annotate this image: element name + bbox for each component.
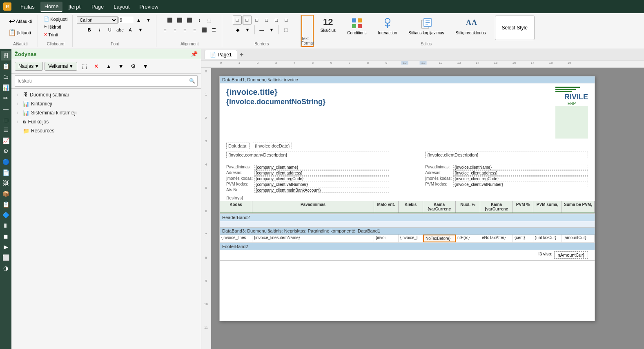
select-style-button[interactable]: Select Style [495, 16, 535, 40]
new-dropdown-button[interactable]: Naujas ▼ [15, 62, 43, 71]
italic-button[interactable]: I [95, 25, 104, 34]
border-outer-button[interactable]: □ [243, 16, 252, 25]
panel-icon-15[interactable]: 📋 [1, 199, 11, 209]
client-desc-field[interactable]: {invoice.clientDescription} [425, 152, 588, 158]
strikethrough-button[interactable]: abc [116, 25, 125, 34]
tree-item-funkcijos[interactable]: + fx Funkcijos [11, 117, 201, 126]
copy-item-button[interactable]: ⬚ [79, 61, 89, 72]
panel-icon-20[interactable]: ⬜ [1, 253, 11, 262]
font-size-input[interactable] [118, 17, 133, 23]
company-adresas-value[interactable]: {company_client.address} [254, 170, 389, 176]
panel-icon-7[interactable]: ⬚ [1, 114, 11, 124]
invoice-docno-field[interactable]: {invoice.documentNoString} [226, 97, 325, 107]
footer-value-field[interactable]: nAmountCur} [554, 251, 588, 259]
sidebar-pin-icon[interactable]: 📌 [191, 51, 198, 57]
expand-icon-1[interactable]: + [15, 92, 21, 98]
border-bottom-button[interactable]: □ [282, 16, 291, 25]
client-imones-kodas-value[interactable]: {invoice_client.regCode} [453, 176, 588, 181]
interaction-button[interactable]: Interaction [376, 16, 400, 36]
expand-icon-2[interactable]: + [15, 101, 21, 107]
text-wrap-button[interactable]: ⬚ [205, 16, 214, 25]
align-bottom-button[interactable]: ⬛ [185, 16, 194, 25]
menu-page[interactable]: Page [87, 2, 108, 11]
iklijuoti-button[interactable]: 📋 Įklijuoti [7, 28, 33, 37]
list-button[interactable]: ☰ [209, 25, 218, 34]
search-input[interactable] [15, 77, 187, 85]
text-direction-button[interactable]: ↕ [195, 16, 204, 25]
panel-icon-21[interactable]: ◑ [1, 263, 11, 273]
td-invoice-li[interactable]: {invoice_li [399, 235, 423, 242]
border-all-button[interactable]: □ [233, 16, 242, 25]
tab-add-button[interactable]: + [237, 50, 246, 59]
company-pavadinimas-value[interactable]: {company_client.name} [254, 165, 389, 170]
menu-home[interactable]: Home [40, 2, 63, 12]
panel-icon-14[interactable]: 📦 [1, 189, 11, 199]
client-adresas-value[interactable]: {invoice_client.address} [453, 170, 588, 176]
border-none-button[interactable]: □ [262, 16, 271, 25]
panel-icon-1[interactable]: 🗄 [1, 51, 11, 60]
stiliaus-kopijavimas-button[interactable]: Stiliaus kopijavimas [406, 16, 446, 36]
search-button[interactable]: 🔍 [187, 76, 197, 86]
tree-item-duomenu-saltiniai[interactable]: + 🗄 Duomenų šaltiniai [11, 90, 201, 99]
panel-icon-3[interactable]: 🗂 [1, 72, 11, 82]
line-style-button[interactable]: ⬚ [281, 25, 290, 34]
move-down-button[interactable]: ▼ [116, 61, 126, 72]
trinti-button[interactable]: ✕ Trinti [42, 31, 60, 38]
menu-preview[interactable]: Preview [135, 2, 162, 11]
td-puntaxcur[interactable]: )untTaxCur} [533, 235, 562, 242]
indent-button[interactable]: ⬛ [200, 25, 209, 34]
panel-icon-2[interactable]: 📋 [1, 61, 11, 71]
settings-button[interactable]: ⚙ [128, 61, 138, 72]
bold-button[interactable]: B [85, 25, 94, 34]
td-cent[interactable]: {cent} [513, 235, 533, 242]
panel-icon-12[interactable]: 📄 [1, 168, 11, 177]
font-size-down-button[interactable]: ▼ [144, 16, 153, 25]
expand-icon-4[interactable]: + [15, 119, 21, 125]
company-as-nr-value[interactable]: {company_client.mainBankAccount} [254, 188, 389, 193]
td-invoi[interactable]: {invoi [374, 235, 399, 242]
align-center-button[interactable]: ≡ [170, 25, 179, 34]
tab-page1[interactable]: 📄 Page1 [205, 50, 237, 59]
actions-dropdown-button[interactable]: Veiksmai ▼ [45, 62, 77, 71]
align-middle-button[interactable]: ⬛ [175, 16, 184, 25]
skaičius-button[interactable]: 12 Skaičius [318, 16, 338, 34]
tree-item-sisteminiai-kintamieji[interactable]: + 📊 Sisteminiai kintamieji [11, 108, 201, 117]
panel-icon-17[interactable]: Ⅲ [1, 221, 11, 230]
panel-icon-8[interactable]: ☰ [1, 125, 11, 135]
panel-icon-18[interactable]: ◼ [1, 231, 11, 241]
align-left-button[interactable]: ≡ [160, 25, 169, 34]
canvas-scroll[interactable]: 0 1 2 3 4 5 6 7 8 9 10 11 DataBand1; Duo… [201, 68, 644, 349]
delete-item-button[interactable]: ✕ [91, 61, 102, 72]
align-top-button[interactable]: ⬛ [165, 16, 174, 25]
settings-dropdown-button[interactable]: ▼ [140, 61, 151, 72]
panel-icon-11[interactable]: 🔵 [1, 157, 11, 167]
td-invoice-lines[interactable]: {invoice_lines [220, 235, 252, 242]
td-invoice-lines-item-name[interactable]: {invoice_lines.itemName} [252, 235, 374, 242]
font-color-button[interactable]: A [126, 25, 135, 34]
line-color-button[interactable]: — [257, 25, 266, 34]
company-pvm-kodas-value[interactable]: {company_client.vatNumber} [254, 182, 389, 187]
menu-iterpti[interactable]: Įterpti [64, 2, 86, 11]
align-justify-button[interactable]: ≡ [190, 25, 199, 34]
panel-icon-9[interactable]: 📈 [1, 136, 11, 145]
font-family-select[interactable]: Calibri [77, 16, 118, 24]
invoice-title-field[interactable]: {invoice.title} [226, 87, 325, 97]
panel-icon-16[interactable]: 🔷 [1, 210, 11, 220]
line-color-dropdown[interactable]: ▼ [267, 25, 276, 34]
td-notaxbefore[interactable]: NoTaxBefore} [423, 235, 456, 242]
panel-icon-10[interactable]: ⚙ [1, 146, 11, 156]
expand-icon-3[interactable]: + [15, 110, 21, 116]
conditions-button[interactable]: Conditions [345, 16, 369, 36]
client-pavadinimas-value[interactable]: {invoice.clientName} [453, 165, 588, 170]
font-size-up-button[interactable]: ▲ [134, 16, 143, 25]
invoice-docdate-field[interactable]: {invoice.docDate} [253, 143, 292, 149]
panel-icon-13[interactable]: 🖼 [1, 178, 11, 188]
tree-item-resources[interactable]: + 📁 Resources [11, 126, 201, 135]
font-color-dropdown[interactable]: ▼ [136, 25, 145, 34]
panel-icon-5[interactable]: ✏ [1, 93, 11, 103]
underline-button[interactable]: U [105, 25, 114, 34]
align-right-button[interactable]: ≡ [180, 25, 189, 34]
atšaukti-button[interactable]: ↩ Atšaukti [7, 16, 34, 27]
tree-item-kintamieji[interactable]: + 📊 Kintamieji [11, 99, 201, 108]
fill-color-button[interactable]: ◆ [233, 25, 242, 34]
